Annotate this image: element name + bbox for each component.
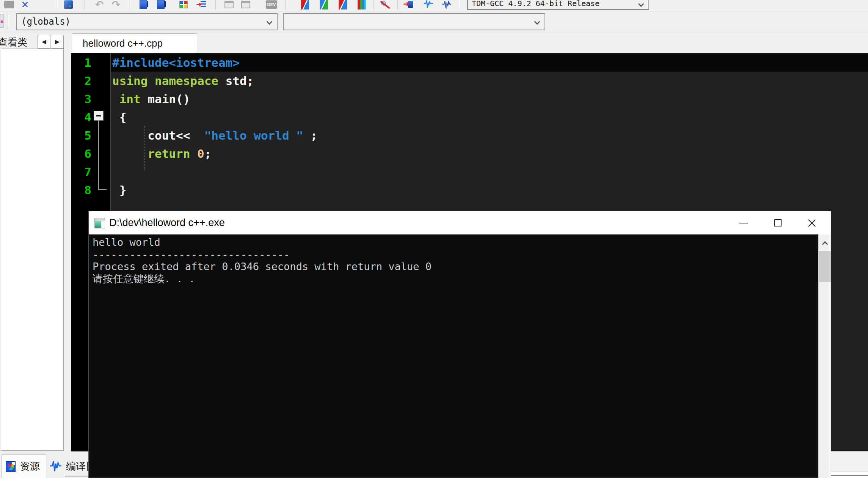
dev-badge-icon[interactable]: DEV (265, 0, 278, 11)
maximize-icon (774, 219, 782, 226)
reset-glyph: ➜ (403, 0, 413, 9)
run-icon[interactable] (317, 0, 331, 11)
console-output: hello world ----------------------------… (93, 236, 432, 285)
cube-glyph (64, 0, 73, 9)
chevron-down-icon (534, 19, 540, 25)
window-b-icon[interactable] (239, 0, 253, 11)
console-scrollbar[interactable] (818, 234, 831, 478)
compile-and-run-icon[interactable] (336, 0, 350, 11)
arrow-lines-glyph: ➜ (196, 0, 206, 9)
insert-lines-icon[interactable]: ➜ (194, 0, 208, 11)
compile-run-glyph (339, 0, 347, 9)
code-token: ; (204, 147, 212, 160)
waveform-arrow-glyph (441, 0, 452, 9)
project-add-icon[interactable] (137, 0, 150, 11)
color-grid-icon[interactable] (177, 0, 190, 11)
minimize-button[interactable] (727, 211, 761, 234)
project-pin-icon[interactable] (154, 0, 168, 11)
maximize-button[interactable] (761, 211, 795, 234)
redo-icon[interactable]: ↷ (109, 0, 123, 11)
line-number: 8 (71, 181, 92, 199)
code-line: #include<iostream> (112, 53, 317, 72)
file-tab-helloword[interactable]: helloword c++.cpp (72, 33, 197, 53)
console-title-bar[interactable]: D:\dev\helloword c++.exe (89, 211, 831, 234)
scrollbar-thumb[interactable] (819, 251, 831, 282)
code-line: cout<< "hello world " ; (112, 126, 317, 145)
members-dropdown[interactable] (283, 13, 545, 30)
code-line: { (112, 108, 317, 126)
clipped-toolbar-icon[interactable] (0, 14, 4, 28)
close-file-icon[interactable]: ✕ (18, 0, 32, 11)
minus-icon (96, 115, 101, 116)
globals-dropdown-value: (globals) (17, 14, 277, 30)
code-token: 0 (190, 147, 204, 160)
tab-resources[interactable]: 资源 (2, 454, 46, 478)
profiling-toggle-icon[interactable] (440, 0, 454, 11)
undo-icon[interactable]: ↶ (93, 0, 106, 11)
tab-scroll-left-button[interactable]: ◀ (38, 35, 50, 49)
undo-glyph: ↶ (95, 0, 104, 11)
devcpp-window: ✕ ↶ ↷ ➜ DEV ➜ TDM-GCC 4.9.2 64-bit Rele (0, 0, 868, 478)
line-number: 7 (71, 163, 92, 181)
close-glyph: ✕ (21, 0, 29, 10)
toolbar-gripper (8, 13, 9, 29)
console-line: hello world (93, 236, 432, 248)
chevron-down-icon (638, 1, 644, 7)
chevron-up-icon (822, 241, 828, 247)
class-browser-panel[interactable] (1, 49, 64, 451)
bottom-panel-widget-edge (65, 476, 89, 478)
toolbar-separator (285, 0, 286, 10)
toolbar-separator (84, 0, 85, 10)
code-token: "hello world " (204, 129, 303, 142)
close-button[interactable] (795, 211, 829, 234)
console-window[interactable]: D:\dev\helloword c++.exe hello world ---… (88, 211, 831, 478)
pin-glyph (157, 0, 165, 9)
main-toolbar: ✕ ↶ ↷ ➜ DEV ➜ TDM-GCC 4.9.2 64-bit Rele (0, 0, 868, 11)
profile-analysis-icon[interactable] (422, 0, 435, 11)
toolbar-separator (374, 0, 374, 10)
waveform-glyph (423, 0, 434, 9)
tab-class-browser[interactable]: 查看类 (0, 36, 27, 49)
scroll-up-button[interactable] (819, 234, 831, 251)
resources-icon (6, 461, 16, 472)
window-glyph (224, 1, 234, 8)
code-token: cout<< (112, 129, 204, 142)
run-glyph (320, 0, 328, 9)
compiler-profile-dropdown[interactable]: TDM-GCC 4.9.2 64-bit Release (467, 0, 649, 10)
tab-scroll-right-button[interactable]: ▶ (51, 35, 64, 49)
toolbar-separator (459, 0, 460, 10)
console-line: 请按任意键继续. . . (93, 273, 432, 285)
code-line: } (112, 181, 317, 199)
code-line: int main() (112, 90, 317, 108)
code-token: ; (303, 129, 317, 142)
symbol-bar: (globals) (0, 12, 868, 32)
rebuild-glyph (358, 0, 366, 9)
toolbar-separator (130, 0, 130, 10)
globals-dropdown[interactable]: (globals) (16, 13, 278, 30)
save-glyph (4, 1, 14, 8)
code-token: { (112, 110, 126, 124)
toolbar-separator (397, 0, 398, 10)
file-tab-label: helloword c++.cpp (72, 38, 163, 49)
window-a-icon[interactable] (222, 0, 236, 11)
console-line: -------------------------------- (93, 248, 432, 261)
package-icon[interactable] (61, 0, 75, 11)
compile-icon[interactable] (298, 0, 312, 11)
line-number: 6 (71, 145, 92, 163)
grid-glyph (179, 1, 188, 8)
fold-collapse-button[interactable] (94, 111, 104, 121)
code-token: } (112, 183, 126, 197)
line-number: 5 (71, 126, 92, 145)
dev-badge-glyph: DEV (266, 0, 277, 9)
program-reset-icon[interactable]: ➜ (401, 0, 415, 11)
toolbar-separator (57, 0, 58, 10)
left-arrow-icon: ◀ (42, 38, 46, 45)
rebuild-all-icon[interactable] (355, 0, 369, 11)
save-icon[interactable] (2, 0, 16, 11)
line-number: 3 (71, 90, 92, 108)
pin-glyph (140, 0, 147, 9)
console-app-icon (94, 218, 105, 228)
code-token: int (112, 92, 141, 106)
syntax-check-icon[interactable] (378, 0, 392, 11)
compiler-profile-value: TDM-GCC 4.9.2 64-bit Release (468, 0, 600, 9)
